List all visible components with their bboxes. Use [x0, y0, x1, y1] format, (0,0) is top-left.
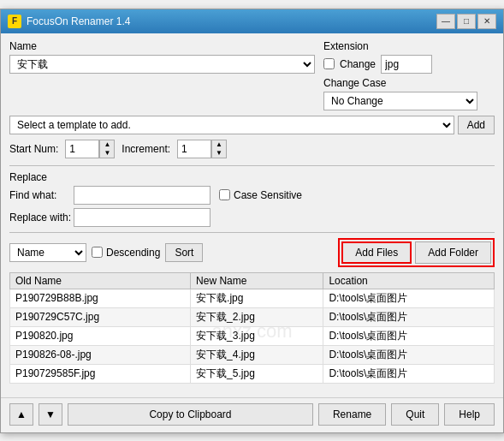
table-header: Old Name New Name Location	[10, 272, 495, 289]
startnum-spinner-btns: ▲ ▼	[99, 140, 115, 158]
table-cell-new: 安下载.jpg	[191, 289, 323, 307]
find-row: Find what: Case Sensitive	[9, 186, 495, 205]
replace-section: Replace Find what: Case Sensitive Replac…	[9, 171, 495, 227]
name-section: Name 安下载	[9, 40, 315, 110]
case-sensitive-row: Case Sensitive	[219, 189, 302, 201]
replace-with-input[interactable]	[74, 208, 210, 227]
main-window: F FocusOn Renamer 1.4 — □ ✕ Name 安下载 Ext…	[0, 9, 504, 433]
table-cell-old: P190826-08-.jpg	[10, 345, 191, 364]
col-location: Location	[323, 272, 495, 289]
extension-change-checkbox[interactable]	[323, 58, 335, 69]
descending-label: Descending	[106, 247, 160, 259]
replace-with-label: Replace with:	[9, 212, 74, 223]
title-buttons: — □ ✕	[436, 14, 496, 29]
increment-down-btn[interactable]: ▼	[212, 149, 226, 158]
startnum-row: Start Num: ▲ ▼ Increment: ▲ ▼	[9, 140, 495, 158]
name-label: Name	[9, 40, 315, 52]
extension-label: Extension	[323, 40, 495, 52]
maximize-button[interactable]: □	[457, 14, 476, 29]
table-cell-location: D:\tools\桌面图片	[323, 289, 495, 307]
close-button[interactable]: ✕	[477, 14, 496, 29]
increment-label: Increment:	[122, 143, 170, 155]
find-label: Find what:	[9, 189, 74, 201]
table-cell-new: 安下载_3.jpg	[191, 326, 323, 345]
descending-checkbox[interactable]	[92, 247, 103, 258]
move-up-button[interactable]: ▲	[9, 403, 33, 426]
table-cell-new: 安下载_5.jpg	[191, 364, 323, 383]
table-body: P190729B88B.jpg安下载.jpgD:\tools\桌面图片P1907…	[10, 289, 495, 383]
table-row[interactable]: P190826-08-.jpg安下载_4.jpgD:\tools\桌面图片	[10, 345, 495, 364]
increment-up-btn[interactable]: ▲	[212, 140, 226, 149]
startnum-down-btn[interactable]: ▼	[100, 149, 114, 158]
increment-spinner-btns: ▲ ▼	[211, 140, 227, 158]
case-sensitive-checkbox[interactable]	[219, 189, 230, 200]
top-row: Name 安下载 Extension Change Change Case No…	[9, 40, 495, 110]
descending-row: Descending	[92, 247, 160, 259]
table-cell-old: P190820.jpg	[10, 326, 191, 345]
files-list-area: anxz.com Old Name New Name Location P190…	[9, 272, 495, 390]
add-buttons-group: Add Files Add Folder	[338, 238, 495, 267]
case-sensitive-label: Case Sensitive	[234, 189, 302, 201]
content-area: Name 安下载 Extension Change Change Case No…	[1, 33, 503, 397]
copy-to-clipboard-button[interactable]: Copy to Clipboard	[68, 403, 313, 426]
divider-2	[9, 232, 495, 233]
rename-button[interactable]: Rename	[318, 403, 386, 426]
extension-section: Extension Change Change Case No Change U…	[323, 40, 495, 110]
add-files-button[interactable]: Add Files	[341, 241, 412, 264]
table-row[interactable]: P190820.jpg安下载_3.jpgD:\tools\桌面图片	[10, 326, 495, 345]
table-cell-location: D:\tools\桌面图片	[323, 345, 495, 364]
title-bar: F FocusOn Renamer 1.4 — □ ✕	[1, 9, 503, 33]
table-cell-new: 安下载_2.jpg	[191, 307, 323, 326]
table-cell-old: P190729B88B.jpg	[10, 289, 191, 307]
table-row[interactable]: P190729B88B.jpg安下载.jpgD:\tools\桌面图片	[10, 289, 495, 307]
table-cell-location: D:\tools\桌面图片	[323, 364, 495, 383]
increment-input[interactable]	[177, 140, 211, 158]
minimize-button[interactable]: —	[436, 14, 455, 29]
template-row: Select a template to add. Add	[9, 116, 495, 134]
table-cell-new: 安下载_4.jpg	[191, 345, 323, 364]
move-down-button[interactable]: ▼	[39, 403, 62, 426]
window-title: FocusOn Renamer 1.4	[27, 15, 130, 27]
extension-input[interactable]	[381, 55, 432, 74]
col-new-name: New Name	[191, 272, 323, 289]
bottom-bar: ▲ ▼ Copy to Clipboard Rename Quit Help	[1, 397, 503, 432]
extension-change-label: Change	[340, 58, 376, 70]
sort-select[interactable]: Name Date Size Type	[9, 243, 86, 262]
app-icon: F	[8, 15, 21, 28]
files-table: Old Name New Name Location P190729B88B.j…	[9, 272, 495, 384]
add-folder-button[interactable]: Add Folder	[415, 241, 491, 264]
sort-button[interactable]: Sort	[165, 243, 203, 262]
sort-row: Name Date Size Type Descending Sort Add …	[9, 238, 495, 267]
table-row[interactable]: P190729C57C.jpg安下载_2.jpgD:\tools\桌面图片	[10, 307, 495, 326]
find-input[interactable]	[74, 186, 210, 205]
change-case-label: Change Case	[323, 77, 495, 89]
table-row[interactable]: P190729585F.jpg安下载_5.jpgD:\tools\桌面图片	[10, 364, 495, 383]
replace-with-row: Replace with:	[9, 208, 495, 227]
ext-change-row: Change	[323, 55, 495, 74]
startnum-label: Start Num:	[9, 143, 58, 155]
change-case-select[interactable]: No Change Uppercase Lowercase Title Case	[323, 92, 477, 110]
help-button[interactable]: Help	[444, 403, 495, 426]
startnum-spinner: ▲ ▼	[65, 140, 115, 158]
col-old-name: Old Name	[10, 272, 191, 289]
divider-1	[9, 165, 495, 166]
change-case-section: Change Case No Change Uppercase Lowercas…	[323, 77, 495, 110]
template-select[interactable]: Select a template to add.	[9, 116, 454, 134]
add-template-button[interactable]: Add	[458, 116, 495, 134]
replace-label: Replace	[9, 171, 495, 183]
table-cell-old: P190729C57C.jpg	[10, 307, 191, 326]
table-cell-old: P190729585F.jpg	[10, 364, 191, 383]
quit-button[interactable]: Quit	[391, 403, 439, 426]
increment-spinner: ▲ ▼	[177, 140, 227, 158]
startnum-input[interactable]	[65, 140, 99, 158]
name-select[interactable]: 安下载	[9, 55, 315, 74]
startnum-up-btn[interactable]: ▲	[100, 140, 114, 149]
table-cell-location: D:\tools\桌面图片	[323, 307, 495, 326]
table-cell-location: D:\tools\桌面图片	[323, 326, 495, 345]
title-bar-left: F FocusOn Renamer 1.4	[8, 15, 130, 28]
